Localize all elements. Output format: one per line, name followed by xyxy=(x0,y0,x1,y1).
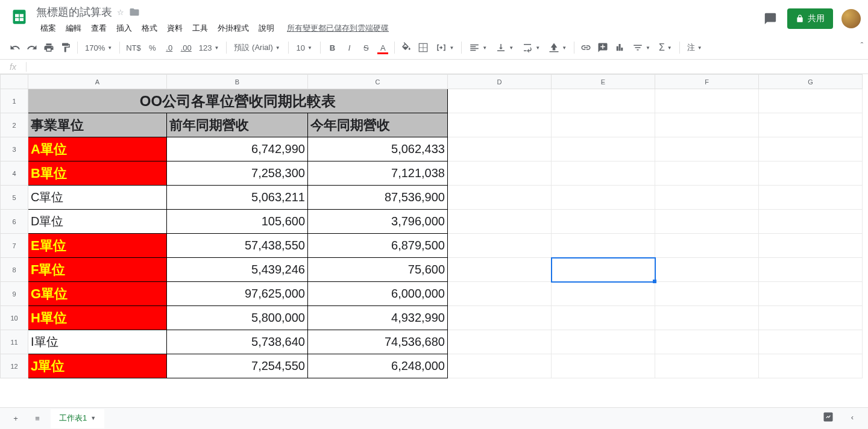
save-status[interactable]: 所有變更都已儲存到雲端硬碟 xyxy=(287,23,389,34)
cell-C4[interactable]: 7,121,038 xyxy=(308,161,448,186)
cell-C3[interactable]: 5,062,433 xyxy=(308,137,448,161)
spreadsheet-grid[interactable]: ABCDEFG1OO公司各單位營收同期比較表2事業單位前年同期營收今年同期營收3… xyxy=(0,74,868,407)
sheets-logo[interactable] xyxy=(7,5,31,29)
cell-F8[interactable] xyxy=(655,258,759,282)
filter-button[interactable]: ▼ xyxy=(629,40,654,55)
text-wrap-button[interactable]: ▼ xyxy=(518,40,544,55)
cell-E10[interactable] xyxy=(552,306,655,330)
cell-A9[interactable]: G單位 xyxy=(28,282,167,306)
row-header-11[interactable]: 11 xyxy=(1,330,28,354)
cell-B7[interactable]: 57,438,550 xyxy=(167,234,308,258)
star-icon[interactable]: ☆ xyxy=(117,8,124,17)
cell-A4[interactable]: B單位 xyxy=(28,161,167,186)
cell-G3[interactable] xyxy=(759,137,863,161)
cell-A10[interactable]: H單位 xyxy=(28,306,167,330)
functions-button[interactable]: Σ▼ xyxy=(655,40,676,55)
zoom-dropdown[interactable]: 170%▼ xyxy=(81,40,116,55)
cell-F9[interactable] xyxy=(655,282,759,306)
menu-格式[interactable]: 格式 xyxy=(137,20,162,36)
print-button[interactable] xyxy=(41,40,57,55)
merge-cells-button[interactable]: ▼ xyxy=(432,40,458,55)
col-header-A[interactable]: A xyxy=(28,75,167,89)
cell-B10[interactable]: 5,800,000 xyxy=(167,306,308,330)
comments-button[interactable] xyxy=(762,10,779,27)
formula-input[interactable] xyxy=(27,60,868,74)
row-header-8[interactable]: 8 xyxy=(1,258,28,282)
row-header-6[interactable]: 6 xyxy=(1,210,28,234)
increase-decimal-button[interactable]: .00 xyxy=(178,40,194,55)
move-folder-icon[interactable] xyxy=(129,7,140,17)
cell-F6[interactable] xyxy=(655,210,759,234)
redo-button[interactable] xyxy=(24,40,40,55)
undo-button[interactable] xyxy=(7,40,23,55)
cell-B8[interactable]: 5,439,246 xyxy=(167,258,308,282)
collapse-toolbar-button[interactable]: ˆ xyxy=(861,41,863,50)
col-header-B[interactable]: B xyxy=(167,75,308,89)
cell-G4[interactable] xyxy=(759,161,863,186)
cell-G2[interactable] xyxy=(759,113,863,137)
cell-G6[interactable] xyxy=(759,210,863,234)
menu-說明[interactable]: 說明 xyxy=(254,20,278,36)
col-header-E[interactable]: E xyxy=(552,75,655,89)
decrease-decimal-button[interactable]: .0 xyxy=(162,40,177,55)
cell-E8[interactable] xyxy=(552,258,655,282)
row-header-9[interactable]: 9 xyxy=(1,282,28,306)
cell-E9[interactable] xyxy=(552,282,655,306)
cell-C10[interactable]: 4,932,990 xyxy=(308,306,448,330)
cell-D2[interactable] xyxy=(448,113,552,137)
cell-G9[interactable] xyxy=(759,282,863,306)
row-header-3[interactable]: 3 xyxy=(1,137,28,161)
number-format-dropdown[interactable]: 123▼ xyxy=(195,40,223,55)
horizontal-align-button[interactable]: ▼ xyxy=(465,40,491,55)
input-method-button[interactable]: 注▼ xyxy=(684,40,706,55)
cell-E11[interactable] xyxy=(552,330,655,354)
cell-F10[interactable] xyxy=(655,306,759,330)
cell-D4[interactable] xyxy=(448,161,552,186)
cell-F4[interactable] xyxy=(655,161,759,186)
paint-format-button[interactable] xyxy=(58,40,74,55)
borders-button[interactable] xyxy=(415,40,431,55)
row-header-12[interactable]: 12 xyxy=(1,354,28,378)
cell-A3[interactable]: A單位 xyxy=(28,137,167,161)
cell-E6[interactable] xyxy=(552,210,655,234)
cell-D10[interactable] xyxy=(448,306,552,330)
col-header-G[interactable]: G xyxy=(759,75,863,89)
cell-F1[interactable] xyxy=(655,89,759,113)
cell-C2[interactable]: 今年同期營收 xyxy=(308,113,448,137)
cell-D7[interactable] xyxy=(448,234,552,258)
cell-E12[interactable] xyxy=(552,354,655,378)
percent-button[interactable]: % xyxy=(145,40,160,55)
vertical-align-button[interactable]: ▼ xyxy=(492,40,517,55)
cell-B12[interactable]: 7,254,550 xyxy=(167,354,308,378)
cell-D12[interactable] xyxy=(448,354,552,378)
cell-A5[interactable]: C單位 xyxy=(28,186,167,210)
cell-A8[interactable]: F單位 xyxy=(28,258,167,282)
cell-G7[interactable] xyxy=(759,234,863,258)
user-avatar[interactable] xyxy=(841,9,861,28)
col-header-C[interactable]: C xyxy=(308,75,448,89)
cell-F2[interactable] xyxy=(655,113,759,137)
cell-B3[interactable]: 6,742,990 xyxy=(167,137,308,161)
menu-編輯[interactable]: 編輯 xyxy=(61,20,86,36)
cell-B2[interactable]: 前年同期營收 xyxy=(167,113,308,137)
fill-color-button[interactable] xyxy=(398,40,414,55)
cell-D5[interactable] xyxy=(448,186,552,210)
menu-查看[interactable]: 查看 xyxy=(87,20,111,36)
font-dropdown[interactable]: 預設 (Arial)▼ xyxy=(230,40,285,55)
row-header-10[interactable]: 10 xyxy=(1,306,28,330)
cell-C5[interactable]: 87,536,900 xyxy=(308,186,448,210)
cell-F11[interactable] xyxy=(655,330,759,354)
cell-C11[interactable]: 74,536,680 xyxy=(308,330,448,354)
cell-A6[interactable]: D單位 xyxy=(28,210,167,234)
font-size-dropdown[interactable]: 10▼ xyxy=(292,40,316,55)
cell-C7[interactable]: 6,879,500 xyxy=(308,234,448,258)
cell-C9[interactable]: 6,000,000 xyxy=(308,282,448,306)
cell-G8[interactable] xyxy=(759,258,863,282)
cell-E1[interactable] xyxy=(552,89,655,113)
cell-G12[interactable] xyxy=(759,354,863,378)
row-header-4[interactable]: 4 xyxy=(1,161,28,186)
cell-E7[interactable] xyxy=(552,234,655,258)
text-color-button[interactable]: A xyxy=(375,40,391,55)
cell-G10[interactable] xyxy=(759,306,863,330)
cell-A2[interactable]: 事業單位 xyxy=(28,113,167,137)
